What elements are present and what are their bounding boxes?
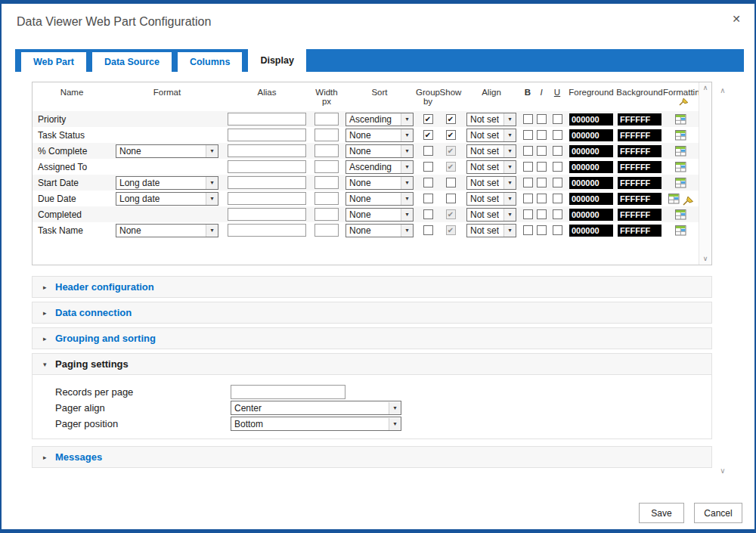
tab-web-part[interactable]: Web Part bbox=[21, 52, 86, 72]
section-header-configuration[interactable]: ▸ Header configuration bbox=[32, 276, 712, 298]
save-button[interactable]: Save bbox=[639, 503, 684, 523]
show-checkbox[interactable] bbox=[446, 130, 456, 140]
format-select[interactable]: None▾ bbox=[116, 144, 218, 158]
table-scrollbar[interactable]: ∧ ∨ bbox=[699, 82, 711, 265]
format-select[interactable]: None▾ bbox=[116, 224, 218, 237]
group-by-checkbox[interactable] bbox=[423, 209, 433, 219]
bold-checkbox[interactable] bbox=[523, 146, 533, 156]
underline-checkbox[interactable] bbox=[553, 194, 562, 203]
pager-position-select[interactable]: Bottom ▾ bbox=[231, 417, 401, 431]
width-input[interactable] bbox=[314, 208, 339, 221]
foreground-field[interactable]: 000000 bbox=[569, 193, 613, 205]
format-select[interactable]: Long date▾ bbox=[116, 192, 218, 206]
background-field[interactable]: FFFFFF bbox=[618, 161, 662, 173]
tab-display[interactable]: Display bbox=[248, 49, 305, 72]
group-by-checkbox[interactable] bbox=[423, 178, 433, 187]
foreground-field[interactable]: 000000 bbox=[569, 225, 613, 237]
alias-input[interactable] bbox=[228, 224, 306, 237]
italic-checkbox[interactable] bbox=[537, 209, 547, 219]
background-field[interactable]: FFFFFF bbox=[618, 209, 662, 221]
bold-checkbox[interactable] bbox=[523, 114, 533, 124]
bold-checkbox[interactable] bbox=[523, 162, 533, 172]
underline-checkbox[interactable] bbox=[553, 146, 562, 156]
italic-checkbox[interactable] bbox=[537, 114, 547, 124]
width-input[interactable] bbox=[314, 113, 339, 126]
underline-checkbox[interactable] bbox=[553, 225, 562, 235]
show-checkbox[interactable] bbox=[446, 209, 456, 219]
bold-checkbox[interactable] bbox=[523, 225, 533, 235]
show-checkbox[interactable] bbox=[446, 162, 456, 172]
formatting-icon[interactable] bbox=[675, 225, 686, 236]
width-input[interactable] bbox=[314, 192, 339, 205]
sort-select[interactable]: None▾ bbox=[345, 129, 414, 142]
italic-checkbox[interactable] bbox=[537, 146, 547, 156]
foreground-field[interactable]: 000000 bbox=[569, 161, 613, 173]
alias-input[interactable] bbox=[228, 113, 306, 126]
alias-input[interactable] bbox=[228, 129, 306, 141]
width-input[interactable] bbox=[314, 176, 339, 189]
align-select[interactable]: Not set▾ bbox=[466, 144, 516, 158]
dialog-scrollbar[interactable]: ∧ ∨ bbox=[717, 87, 729, 474]
align-select[interactable]: Not set▾ bbox=[466, 160, 516, 174]
formatting-icon[interactable] bbox=[668, 194, 680, 204]
sort-select[interactable]: Ascending▾ bbox=[345, 113, 414, 126]
width-input[interactable] bbox=[314, 144, 339, 157]
group-by-checkbox[interactable] bbox=[423, 194, 433, 203]
background-field[interactable]: FFFFFF bbox=[618, 129, 662, 141]
align-select[interactable]: Not set▾ bbox=[466, 224, 516, 237]
sort-select[interactable]: None▾ bbox=[345, 176, 414, 190]
formatting-icon[interactable] bbox=[675, 162, 686, 172]
background-field[interactable]: FFFFFF bbox=[618, 225, 662, 237]
background-field[interactable]: FFFFFF bbox=[618, 145, 662, 157]
underline-checkbox[interactable] bbox=[553, 178, 562, 187]
group-by-checkbox[interactable] bbox=[423, 146, 433, 156]
italic-checkbox[interactable] bbox=[537, 194, 547, 203]
underline-checkbox[interactable] bbox=[553, 130, 562, 140]
show-checkbox[interactable] bbox=[446, 178, 456, 187]
sort-select[interactable]: None▾ bbox=[345, 208, 414, 222]
pager-align-select[interactable]: Center ▾ bbox=[231, 401, 401, 415]
background-field[interactable]: FFFFFF bbox=[618, 193, 662, 205]
scroll-up-icon[interactable]: ∧ bbox=[703, 85, 708, 91]
show-checkbox[interactable] bbox=[446, 225, 456, 235]
bold-checkbox[interactable] bbox=[523, 178, 533, 187]
records-per-page-input[interactable] bbox=[231, 385, 345, 399]
sort-select[interactable]: None▾ bbox=[345, 192, 414, 206]
alias-input[interactable] bbox=[228, 160, 306, 173]
italic-checkbox[interactable] bbox=[537, 162, 547, 172]
foreground-field[interactable]: 000000 bbox=[569, 113, 613, 126]
formatting-icon[interactable] bbox=[675, 130, 686, 141]
formatting-icon[interactable] bbox=[675, 146, 686, 156]
formatting-icon[interactable] bbox=[675, 209, 686, 220]
scroll-up-icon[interactable]: ∧ bbox=[720, 87, 725, 94]
align-select[interactable]: Not set▾ bbox=[466, 176, 516, 190]
align-select[interactable]: Not set▾ bbox=[466, 192, 516, 206]
format-select[interactable]: Long date▾ bbox=[116, 176, 218, 190]
group-by-checkbox[interactable] bbox=[423, 162, 433, 172]
tab-columns[interactable]: Columns bbox=[178, 52, 242, 72]
align-select[interactable]: Not set▾ bbox=[466, 208, 516, 222]
foreground-field[interactable]: 000000 bbox=[569, 177, 613, 189]
section-data-connection[interactable]: ▸ Data connection bbox=[32, 302, 712, 324]
sort-select[interactable]: Ascending▾ bbox=[345, 160, 414, 174]
italic-checkbox[interactable] bbox=[537, 130, 547, 140]
formatting-icon[interactable] bbox=[675, 178, 686, 188]
cancel-button[interactable]: Cancel bbox=[694, 503, 742, 523]
show-checkbox[interactable] bbox=[446, 194, 456, 203]
scroll-down-icon[interactable]: ∨ bbox=[720, 467, 725, 474]
underline-checkbox[interactable] bbox=[553, 162, 562, 172]
show-checkbox[interactable] bbox=[446, 146, 456, 156]
bold-checkbox[interactable] bbox=[523, 209, 533, 219]
width-input[interactable] bbox=[314, 224, 339, 237]
section-paging-settings[interactable]: ▾ Paging settings bbox=[32, 353, 712, 375]
foreground-field[interactable]: 000000 bbox=[569, 145, 613, 157]
group-by-checkbox[interactable] bbox=[423, 130, 433, 140]
align-select[interactable]: Not set▾ bbox=[466, 129, 516, 142]
foreground-field[interactable]: 000000 bbox=[569, 129, 613, 141]
width-input[interactable] bbox=[314, 129, 339, 141]
group-by-checkbox[interactable] bbox=[423, 225, 433, 235]
sort-select[interactable]: None▾ bbox=[345, 144, 414, 158]
alias-input[interactable] bbox=[228, 144, 306, 157]
section-messages[interactable]: ▸ Messages bbox=[32, 446, 712, 468]
alias-input[interactable] bbox=[228, 192, 306, 205]
